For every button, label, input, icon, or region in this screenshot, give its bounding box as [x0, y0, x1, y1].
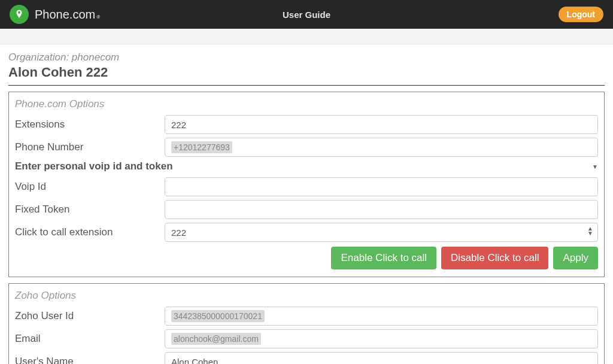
zoho-user-id-label: Zoho User Id	[15, 310, 165, 322]
row-zoho-email: Email alonchook@gmail.com	[15, 329, 598, 348]
zoho-name-input[interactable]	[165, 352, 598, 364]
pin-icon	[14, 9, 25, 20]
disable-click-to-call-button[interactable]: Disable Click to call	[441, 247, 548, 269]
page-title: Alon Cohen 222	[8, 65, 605, 86]
row-extensions: Extensions	[15, 115, 598, 134]
brand-name: Phone.com	[35, 8, 95, 22]
zoho-email-display: alonchook@gmail.com	[165, 329, 598, 348]
registered-mark: ®	[96, 14, 100, 20]
logout-button[interactable]: Logout	[559, 7, 603, 22]
voip-accordion-title: Enter personal voip id and token	[15, 160, 173, 172]
phone-number-redacted: +12012277693	[171, 141, 232, 153]
row-zoho-user-id: Zoho User Id 3442385000000170021	[15, 307, 598, 326]
extensions-label: Extensions	[15, 119, 165, 131]
voip-id-label: Voip Id	[15, 181, 165, 193]
voip-id-input[interactable]	[165, 177, 598, 196]
panel-legend-zoho: Zoho Options	[15, 290, 598, 302]
zoho-email-redacted: alonchook@gmail.com	[171, 333, 261, 345]
row-zoho-name: User's Name	[15, 352, 598, 364]
enable-click-to-call-button[interactable]: Enable Click to call	[331, 247, 436, 269]
organization-name: phonecom	[72, 51, 119, 63]
brand-text: Phone.com ®	[35, 8, 100, 22]
row-click-to-call-ext: Click to call extension ▲▼	[15, 223, 598, 242]
organization-line: Organization: phonecom	[8, 51, 605, 63]
click-to-call-ext-label: Click to call extension	[15, 226, 165, 238]
click-to-call-ext-select[interactable]	[165, 223, 598, 242]
fixed-token-label: Fixed Token	[15, 204, 165, 216]
zoho-email-label: Email	[15, 333, 165, 345]
row-fixed-token: Fixed Token	[15, 200, 598, 219]
user-guide-link[interactable]: User Guide	[283, 10, 330, 20]
zoho-user-id-redacted: 3442385000000170021	[171, 310, 265, 322]
zoho-user-id-display: 3442385000000170021	[165, 307, 598, 326]
zoho-name-label: User's Name	[15, 356, 165, 364]
topbar: Phone.com ® User Guide Logout	[0, 0, 613, 29]
phone-number-label: Phone Number	[15, 141, 165, 153]
apply-button[interactable]: Apply	[553, 247, 598, 269]
panel-legend: Phone.com Options	[15, 98, 598, 110]
row-voip-id: Voip Id	[15, 177, 598, 196]
page-body: Organization: phonecom Alon Cohen 222 Ph…	[0, 44, 613, 364]
panel-zoho-options: Zoho Options Zoho User Id 34423850000001…	[8, 283, 605, 364]
fixed-token-input[interactable]	[165, 200, 598, 219]
panel-phonecom-options: Phone.com Options Extensions Phone Numbe…	[8, 92, 605, 277]
sub-topbar-gap	[0, 29, 613, 44]
organization-label: Organization:	[8, 51, 69, 63]
topbar-left: Phone.com ®	[10, 5, 100, 24]
extensions-input[interactable]	[165, 115, 598, 134]
phone-number-display: +12012277693	[165, 138, 598, 157]
row-phone-number: Phone Number +12012277693	[15, 138, 598, 157]
brand-logo	[10, 5, 29, 24]
voip-accordion-header[interactable]: Enter personal voip id and token ▼	[15, 160, 598, 172]
chevron-down-icon: ▼	[592, 163, 598, 170]
phonecom-button-row: Enable Click to call Disable Click to ca…	[15, 247, 598, 269]
